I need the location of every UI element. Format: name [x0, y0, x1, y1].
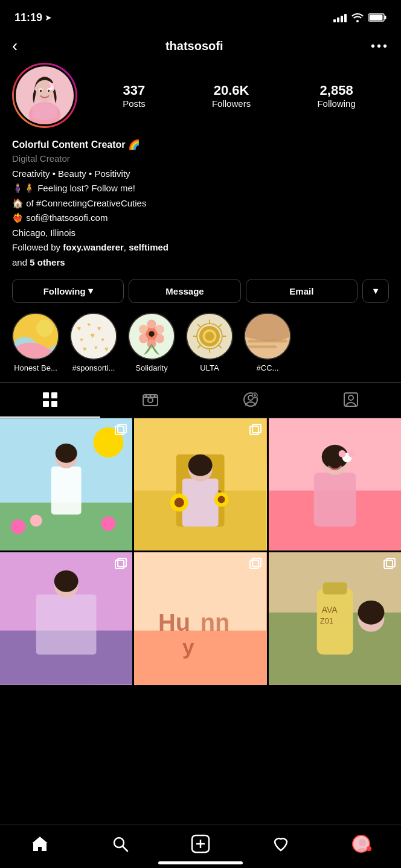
bio-full-name: Colorful Content Creator 🌈 — [12, 138, 389, 152]
avatar-inner — [14, 65, 75, 126]
svg-point-16 — [50, 85, 54, 89]
add-icon — [191, 834, 210, 854]
more-dropdown-button[interactable]: ▾ — [362, 279, 389, 303]
tagged-icon — [342, 391, 359, 408]
svg-rect-53 — [248, 340, 287, 343]
posts-stat[interactable]: 337 Posts — [123, 83, 146, 109]
highlight-label-5: #CC... — [257, 363, 279, 372]
tab-grid[interactable] — [0, 383, 100, 418]
svg-text:♥: ♥ — [90, 331, 95, 340]
tab-reels[interactable] — [100, 383, 200, 418]
bio-line4: ❤️‍🔥 sofi@thatsosofi.com — [12, 211, 389, 225]
svg-point-79 — [101, 517, 115, 531]
avatar-image — [16, 66, 74, 124]
tabs-row — [0, 382, 401, 418]
photo-grid: Hu nn y AVA Z01 — [0, 418, 401, 685]
status-time: 11:19 — [14, 11, 42, 24]
bio-line5: Chicago, Illinois — [12, 226, 389, 240]
svg-text:♥: ♥ — [94, 344, 98, 351]
followers-count: 20.6K — [214, 83, 249, 98]
nav-activity[interactable] — [266, 832, 296, 856]
posts-count: 337 — [123, 83, 146, 98]
highlight-circle-3 — [128, 313, 175, 360]
svg-point-31 — [147, 319, 156, 328]
bio-line2: 🧍‍♀️🧍 Feeling lost? Follow me! — [12, 182, 389, 196]
nav-add[interactable] — [185, 832, 216, 856]
highlight-item-1[interactable]: Honest Be... — [12, 313, 59, 372]
multi-post-icon-4 — [114, 557, 127, 570]
followers-stat[interactable]: 20.6K Followers — [212, 83, 251, 109]
following-button[interactable]: Following ▾ — [12, 279, 124, 303]
highlight-item-5[interactable]: #CC... — [244, 313, 291, 372]
followed-by-sep: , — [124, 242, 129, 252]
location-icon: ➤ — [45, 13, 52, 22]
svg-text:y: y — [182, 636, 194, 660]
header-username: thatsosofi — [165, 39, 223, 53]
highlight-label-3: Solidarity — [135, 363, 167, 372]
svg-text:♥: ♥ — [97, 325, 101, 332]
bio-section: Colorful Content Creator 🌈 Digital Creat… — [0, 138, 401, 279]
highlight-item-2[interactable]: ♥ ♥ ♥ ♥ ♥ ♥ ♥ ♥ ♥ #sponsorti... — [70, 313, 117, 372]
svg-point-95 — [218, 496, 225, 503]
bottom-nav — [0, 824, 401, 868]
email-label: Email — [289, 286, 313, 296]
grid-item-5[interactable]: Hu nn y — [134, 552, 266, 685]
svg-rect-55 — [43, 392, 49, 398]
tab-tagged[interactable] — [301, 383, 401, 418]
svg-text:♥: ♥ — [80, 336, 83, 343]
home-indicator — [158, 861, 243, 864]
following-chevron-icon: ▾ — [88, 286, 93, 296]
svg-point-64 — [154, 395, 156, 397]
message-button[interactable]: Message — [129, 279, 240, 303]
search-icon — [111, 835, 129, 853]
highlight-item-3[interactable]: Solidarity — [128, 313, 175, 372]
grid-item-6[interactable]: AVA Z01 — [269, 552, 401, 685]
home-icon — [31, 835, 49, 853]
nav-search[interactable] — [105, 832, 135, 856]
svg-line-131 — [123, 846, 127, 851]
svg-point-91 — [188, 455, 213, 476]
svg-rect-108 — [36, 595, 97, 655]
grid-icon — [42, 391, 59, 408]
svg-rect-54 — [248, 345, 277, 348]
stats-row: 337 Posts 20.6K Followers 2,858 Followin… — [89, 83, 389, 109]
action-buttons: Following ▾ Message Email ▾ — [0, 279, 401, 313]
bio-followed-by: Followed by foxy.wanderer, selftimed — [12, 241, 389, 255]
grid-item-2[interactable] — [134, 418, 266, 550]
grid-item-1[interactable] — [0, 418, 132, 550]
highlight-item-4[interactable]: ULTA — [186, 313, 233, 372]
header: ‹ thatsosofi ••• — [0, 31, 401, 63]
nav-profile[interactable] — [346, 832, 376, 856]
svg-point-10 — [48, 90, 50, 92]
following-stat[interactable]: 2,858 Following — [317, 83, 355, 109]
svg-point-78 — [30, 515, 42, 527]
others-prefix: and — [12, 257, 30, 267]
highlight-label-4: ULTA — [200, 363, 219, 372]
followers-label: Followers — [212, 98, 251, 109]
nav-home[interactable] — [25, 832, 55, 856]
svg-text:nn: nn — [200, 609, 230, 636]
highlight-label-1: Honest Be... — [14, 363, 57, 372]
more-options-button[interactable]: ••• — [371, 39, 389, 53]
highlight-circle-5 — [244, 313, 291, 360]
tab-collab[interactable] — [200, 383, 301, 418]
bio-line3: 🏠 of #ConnectingCreativeCuties — [12, 197, 389, 211]
email-button[interactable]: Email — [246, 279, 358, 303]
back-button[interactable]: ‹ — [12, 36, 18, 56]
svg-rect-58 — [51, 401, 57, 407]
grid-item-4[interactable] — [0, 552, 132, 685]
svg-point-15 — [48, 85, 51, 88]
svg-text:♥: ♥ — [77, 325, 81, 332]
svg-point-60 — [148, 398, 153, 403]
svg-rect-56 — [51, 392, 57, 398]
followed-by-user1: foxy.wanderer — [63, 242, 124, 252]
signal-icon — [333, 13, 347, 22]
followed-by-prefix: Followed by — [12, 242, 63, 252]
svg-point-136 — [359, 839, 366, 846]
avatar-wrapper — [12, 63, 77, 128]
svg-point-93 — [175, 498, 184, 508]
bio-line1: Creativity • Beauty • Positivity — [12, 167, 389, 181]
grid-item-3[interactable] — [269, 418, 401, 550]
svg-rect-2 — [370, 15, 383, 21]
svg-text:♥: ♥ — [101, 336, 104, 343]
